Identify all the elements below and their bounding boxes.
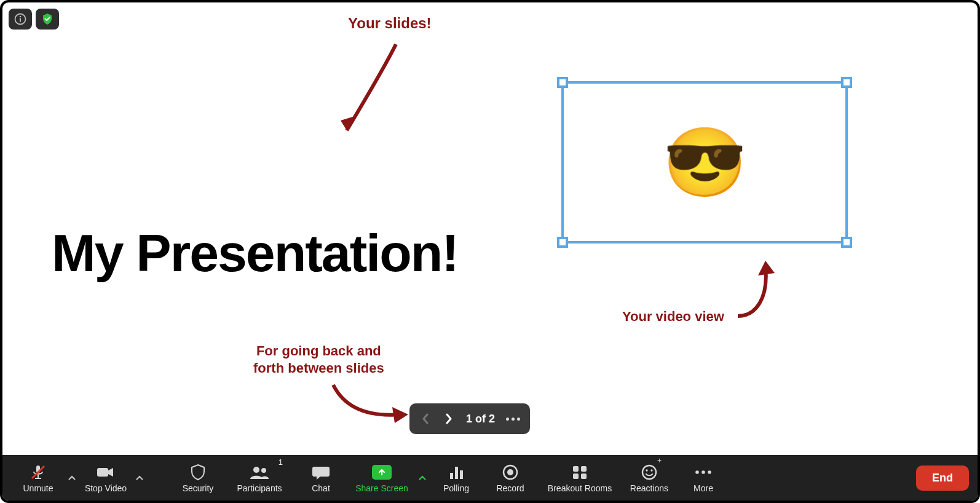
svg-rect-4 bbox=[38, 475, 39, 478]
record-button[interactable]: Record bbox=[483, 455, 537, 501]
end-meeting-button[interactable]: End bbox=[916, 465, 969, 491]
chat-button[interactable]: Chat bbox=[294, 455, 348, 501]
slide-navigator: 1 of 2 bbox=[409, 403, 530, 434]
svg-point-24 bbox=[708, 470, 711, 474]
resize-handle-br[interactable] bbox=[841, 237, 852, 248]
svg-point-9 bbox=[261, 468, 266, 473]
share-screen-label: Share Screen bbox=[355, 483, 408, 493]
share-screen-icon bbox=[372, 465, 392, 480]
video-view-panel[interactable]: 😎 bbox=[561, 81, 848, 244]
annotation-nav-line1: For going back and bbox=[256, 343, 381, 358]
participants-button[interactable]: Participants 1 bbox=[225, 455, 294, 501]
participants-count-badge: 1 bbox=[279, 457, 283, 467]
participants-label: Participants bbox=[237, 483, 282, 493]
annotation-arrow-nav bbox=[327, 379, 419, 428]
chevron-up-icon bbox=[136, 475, 143, 480]
reactions-label: Reactions bbox=[630, 483, 668, 493]
annotation-nav-label: For going back and forth between slides bbox=[253, 343, 384, 376]
chat-label: Chat bbox=[312, 483, 330, 493]
meeting-toolbar: Unmute Stop Video Security bbox=[2, 455, 978, 501]
participants-icon bbox=[249, 465, 270, 480]
dot-icon bbox=[517, 418, 520, 421]
reactions-button[interactable]: Reactions + bbox=[622, 455, 676, 501]
annotation-arrow-video bbox=[732, 248, 787, 322]
unmute-button[interactable]: Unmute bbox=[11, 455, 65, 501]
smiley-icon bbox=[641, 464, 658, 481]
svg-rect-5 bbox=[35, 478, 41, 479]
annotation-nav-line2: forth between slides bbox=[253, 360, 384, 376]
slide-indicator: 1 of 2 bbox=[464, 413, 497, 426]
bar-chart-icon bbox=[448, 464, 465, 480]
audio-options-caret[interactable] bbox=[65, 455, 79, 501]
resize-handle-bl[interactable] bbox=[557, 237, 568, 248]
svg-rect-15 bbox=[573, 466, 579, 472]
dot-icon bbox=[512, 418, 515, 421]
zoom-meeting-window: Your slides! My Presentation! 😎 Your vid… bbox=[0, 0, 980, 503]
breakout-rooms-label: Breakout Rooms bbox=[548, 483, 612, 493]
chat-bubble-icon bbox=[312, 464, 330, 480]
svg-point-1 bbox=[20, 16, 22, 18]
resize-handle-tr[interactable] bbox=[841, 77, 852, 88]
svg-rect-2 bbox=[20, 18, 21, 22]
resize-handle-tl[interactable] bbox=[557, 77, 568, 88]
svg-rect-11 bbox=[455, 467, 458, 479]
more-button[interactable]: More bbox=[676, 455, 730, 501]
polling-label: Polling bbox=[443, 483, 469, 493]
next-slide-button[interactable] bbox=[440, 410, 457, 427]
svg-rect-18 bbox=[581, 473, 587, 479]
sunglasses-emoji-icon: 😎 bbox=[663, 129, 747, 196]
slide-title: My Presentation! bbox=[52, 223, 458, 283]
annotation-slides-label: Your slides! bbox=[348, 15, 432, 32]
video-options-caret[interactable] bbox=[133, 455, 146, 501]
chevron-up-icon bbox=[419, 475, 426, 480]
more-dots-icon bbox=[694, 469, 713, 475]
record-icon bbox=[502, 464, 518, 480]
svg-rect-17 bbox=[573, 473, 579, 479]
svg-rect-7 bbox=[97, 468, 108, 477]
chevron-left-icon bbox=[421, 413, 430, 424]
svg-point-8 bbox=[253, 467, 259, 473]
security-label: Security bbox=[183, 483, 214, 493]
unmute-label: Unmute bbox=[23, 483, 53, 493]
breakout-rooms-icon bbox=[571, 464, 588, 480]
share-screen-button[interactable]: Share Screen bbox=[348, 455, 416, 501]
svg-rect-10 bbox=[450, 473, 453, 479]
stop-video-button[interactable]: Stop Video bbox=[79, 455, 133, 501]
meeting-info-button[interactable] bbox=[9, 9, 32, 30]
svg-point-22 bbox=[695, 470, 699, 474]
more-label: More bbox=[694, 483, 713, 493]
video-camera-icon bbox=[96, 465, 116, 479]
svg-point-19 bbox=[642, 465, 656, 479]
svg-point-20 bbox=[646, 469, 647, 471]
svg-rect-12 bbox=[460, 470, 463, 479]
prev-slide-button[interactable] bbox=[417, 410, 434, 427]
share-options-caret[interactable] bbox=[416, 455, 429, 501]
annotation-arrow-slides bbox=[322, 38, 427, 149]
svg-rect-16 bbox=[581, 466, 587, 472]
chevron-up-icon bbox=[68, 475, 76, 480]
security-button[interactable]: Security bbox=[171, 455, 225, 501]
breakout-rooms-button[interactable]: Breakout Rooms bbox=[537, 455, 622, 501]
shield-icon bbox=[190, 464, 206, 481]
chevron-right-icon bbox=[445, 413, 453, 424]
svg-point-14 bbox=[507, 469, 513, 475]
svg-point-21 bbox=[650, 469, 652, 471]
info-icon bbox=[14, 13, 26, 25]
record-label: Record bbox=[496, 483, 524, 493]
slide-nav-more-button[interactable] bbox=[504, 418, 523, 421]
dot-icon bbox=[506, 418, 509, 421]
svg-point-23 bbox=[701, 470, 705, 474]
microphone-muted-icon bbox=[30, 464, 47, 481]
polling-button[interactable]: Polling bbox=[429, 455, 483, 501]
stop-video-label: Stop Video bbox=[85, 483, 127, 493]
shield-check-icon bbox=[41, 12, 54, 26]
top-left-button-group bbox=[9, 9, 59, 30]
annotation-video-label: Your video view bbox=[622, 309, 724, 325]
encryption-button[interactable] bbox=[36, 9, 59, 30]
plus-icon: + bbox=[657, 456, 662, 465]
